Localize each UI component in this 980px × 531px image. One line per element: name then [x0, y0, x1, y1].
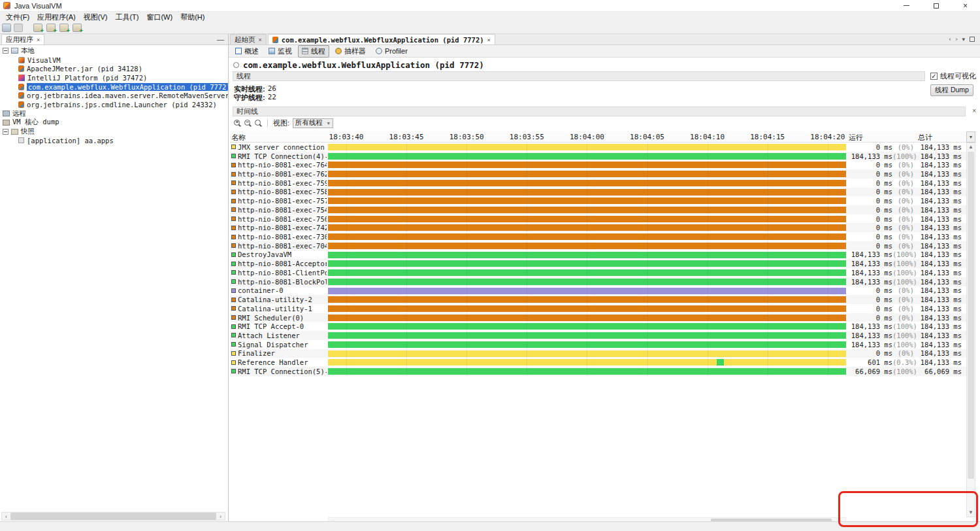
thread-row[interactable]: Finalizer0 ms(0%)184,133 ms	[230, 349, 966, 358]
panel-collapse-icon[interactable]: —	[217, 35, 224, 43]
threads-section-header: 线程	[233, 71, 925, 81]
column-running-header[interactable]: 运行	[849, 133, 863, 143]
tree-item[interactable]: 本地	[0, 46, 228, 56]
thread-filter-dropdown[interactable]: 所有线程 ▼	[293, 118, 333, 128]
tree-item[interactable]: ApacheJMeter.jar (pid 34128)	[0, 64, 228, 73]
thread-dump-icon[interactable]	[46, 24, 56, 32]
vertical-scrollbar[interactable]: ▲ ▼	[966, 143, 975, 517]
time-tick-label: 18:04:00	[570, 133, 604, 141]
column-total-header[interactable]: 总计	[918, 133, 932, 143]
scrollbar-thumb[interactable]	[968, 152, 974, 479]
scrollbar-thumb[interactable]	[10, 513, 216, 520]
thread-row[interactable]: Catalina-utility-10 ms(0%)184,133 ms	[230, 304, 966, 313]
tree-item[interactable]: 远程	[0, 109, 228, 118]
tree-item[interactable]: com.example.webflux.WebfluxApplication (…	[0, 82, 228, 92]
running-percent: (0%)	[892, 170, 916, 178]
close-button[interactable]: ×	[951, 0, 980, 12]
thread-row[interactable]: http-nio-8081-exec-7540 ms(0%)184,133 ms	[230, 205, 966, 214]
thread-row[interactable]: container-00 ms(0%)184,133 ms	[230, 286, 966, 296]
thread-row[interactable]: http-nio-8081-exec-7640 ms(0%)184,133 ms	[230, 160, 966, 169]
thread-name-cell: http-nio-8081-exec-758	[230, 188, 327, 197]
scroll-down-icon[interactable]: ▼	[967, 509, 975, 517]
thread-row[interactable]: http-nio-8081-ClientPoller184,133 ms(100…	[230, 268, 966, 277]
menu-item[interactable]: 应用程序(A)	[33, 12, 80, 22]
profiler-snapshot-icon[interactable]	[73, 24, 82, 32]
thread-row[interactable]: http-nio-8081-exec-7420 ms(0%)184,133 ms	[230, 223, 966, 232]
java-icon	[18, 65, 24, 72]
zoom-fit-icon[interactable]	[255, 120, 262, 127]
scroll-up-icon[interactable]: ▲	[967, 143, 975, 151]
thread-row[interactable]: RMI TCP Accept-0184,133 ms(100%)184,133 …	[230, 322, 966, 331]
checkbox-checked-icon[interactable]: ✓	[930, 73, 938, 80]
column-selector-button[interactable]: ▼	[966, 131, 975, 143]
timeline-close-icon[interactable]: ×	[972, 107, 976, 114]
minimize-button[interactable]	[892, 0, 921, 12]
heap-dump-icon[interactable]	[59, 24, 69, 32]
application-snapshot-icon[interactable]	[33, 24, 42, 32]
thread-visualization-toggle[interactable]: ✓ 线程可视化	[930, 71, 976, 81]
left-horizontal-scrollbar[interactable]: ‹ ›	[1, 512, 225, 521]
thread-row[interactable]: Reference Handler601 ms(0.3%)184,133 ms	[230, 358, 966, 367]
thread-row[interactable]: Signal Dispatcher184,133 ms(100%)184,133…	[230, 340, 966, 349]
thread-row[interactable]: Catalina-utility-20 ms(0%)184,133 ms	[230, 295, 966, 304]
tab-applications[interactable]: 应用程序 ×	[1, 34, 44, 44]
tree-item[interactable]: org.jetbrains.jps.cmdline.Launcher (pid …	[0, 100, 228, 109]
tab-close-icon[interactable]: ×	[487, 37, 491, 43]
maximize-button[interactable]	[921, 0, 951, 12]
tree-item[interactable]: 快照	[0, 127, 228, 136]
open-file-icon[interactable]	[2, 24, 11, 32]
tabs-scroll-left-icon[interactable]: ‹	[949, 36, 951, 43]
thread-row[interactable]: http-nio-8081-exec-7580 ms(0%)184,133 ms	[230, 188, 966, 197]
subtab-overview[interactable]: 概述	[231, 45, 263, 58]
thread-state-icon	[231, 262, 236, 266]
document-tab[interactable]: 起始页×	[230, 34, 267, 44]
thread-row[interactable]: http-nio-8081-BlockPoller184,133 ms(100%…	[230, 277, 966, 286]
tree-item[interactable]: VM 核心 dump	[0, 118, 228, 128]
state-segment	[328, 260, 846, 267]
thread-row[interactable]: http-nio-8081-exec-7620 ms(0%)184,133 ms	[230, 169, 966, 179]
thread-row[interactable]: RMI TCP Connection(4)-192.1184,133 ms(10…	[230, 152, 966, 161]
column-name-header[interactable]: 名称	[231, 133, 246, 143]
expander-icon[interactable]	[3, 129, 8, 135]
tabs-list-icon[interactable]: ▾	[962, 36, 965, 43]
tree-item[interactable]: VisualVM	[0, 56, 228, 65]
menu-item[interactable]: 帮助(H)	[176, 12, 208, 22]
thread-row[interactable]: http-nio-8081-exec-7040 ms(0%)184,133 ms	[230, 241, 966, 250]
save-icon[interactable]	[14, 24, 23, 32]
thread-row[interactable]: RMI TCP Connection(5)-192.166,069 ms(100…	[230, 367, 966, 376]
tabs-scroll-right-icon[interactable]: ›	[955, 36, 957, 43]
thread-row[interactable]: http-nio-8081-exec-7500 ms(0%)184,133 ms	[230, 214, 966, 224]
tab-close-icon[interactable]: ×	[37, 37, 40, 43]
expander-icon[interactable]	[3, 48, 8, 54]
daemon-threads-value: 22	[268, 93, 276, 103]
zoom-in-icon[interactable]: +	[234, 120, 241, 127]
tree-item[interactable]: [application] aa.apps	[0, 136, 228, 145]
menu-item[interactable]: 视图(V)	[80, 12, 112, 22]
thread-row[interactable]: http-nio-8081-Acceptor184,133 ms(100%)18…	[230, 259, 966, 268]
tab-close-icon[interactable]: ×	[259, 37, 262, 43]
subtab-threads[interactable]: 线程	[298, 45, 329, 58]
document-tab[interactable]: com.example.webflux.WebfluxApplication (…	[268, 34, 495, 44]
thread-dump-button[interactable]: 线程 Dump	[930, 84, 973, 96]
subtab-sampler[interactable]: 抽样器	[331, 45, 370, 58]
zoom-out-icon[interactable]: −	[244, 120, 252, 127]
menu-item[interactable]: 窗口(W)	[142, 12, 176, 22]
scroll-right-icon[interactable]: ›	[216, 513, 225, 520]
thread-row[interactable]: RMI Scheduler(0)0 ms(0%)184,133 ms	[230, 313, 966, 322]
tree-item[interactable]: IntelliJ Platform (pid 37472)	[0, 73, 228, 82]
running-percent: (0%)	[892, 197, 916, 205]
menu-item[interactable]: 工具(T)	[111, 12, 142, 22]
thread-row[interactable]: JMX server connection timeo0 ms(0%)184,1…	[230, 143, 966, 152]
thread-row[interactable]: Attach Listener184,133 ms(100%)184,133 m…	[230, 331, 966, 340]
scroll-left-icon[interactable]: ‹	[2, 513, 10, 520]
subtab-profiler[interactable]: Profiler	[372, 46, 412, 56]
subtab-monitor[interactable]: 监视	[265, 45, 296, 58]
menu-item[interactable]: 文件(F)	[2, 12, 33, 22]
tab-maximize-icon[interactable]	[970, 37, 975, 42]
thread-row[interactable]: http-nio-8081-exec-7570 ms(0%)184,133 ms	[230, 196, 966, 205]
threads-icon	[302, 48, 308, 54]
thread-row[interactable]: DestroyJavaVM184,133 ms(100%)184,133 ms	[230, 250, 966, 260]
tree-item[interactable]: org.jetbrains.idea.maven.server.RemoteMa…	[0, 91, 228, 100]
thread-row[interactable]: http-nio-8081-exec-7590 ms(0%)184,133 ms	[230, 179, 966, 188]
thread-row[interactable]: http-nio-8081-exec-7300 ms(0%)184,133 ms	[230, 232, 966, 241]
